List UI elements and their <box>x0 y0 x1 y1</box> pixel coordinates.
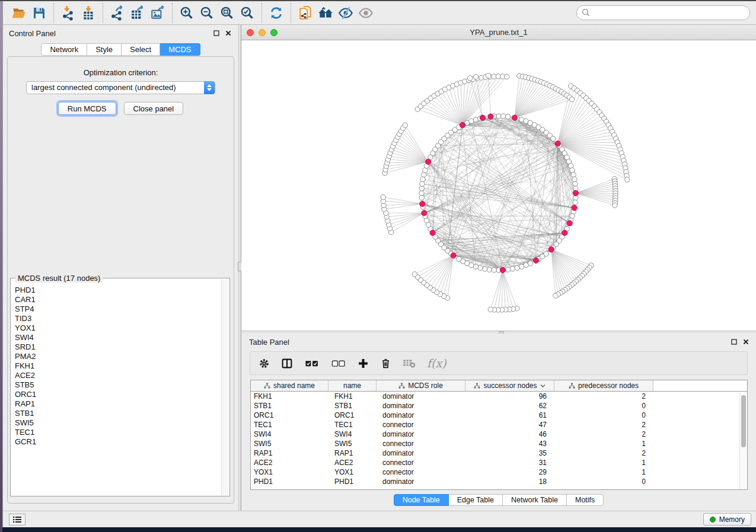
mcds-result-item[interactable]: RAP1 <box>15 399 229 409</box>
table-cell[interactable]: ORC1 <box>328 411 377 420</box>
table-cell[interactable]: FKH1 <box>328 392 377 401</box>
tab-select[interactable]: Select <box>122 43 160 56</box>
table-cell[interactable]: 62 <box>465 401 554 411</box>
import-table-icon[interactable] <box>78 4 98 23</box>
scrollbar-thumb[interactable] <box>741 395 746 447</box>
table-cell[interactable]: 29 <box>465 467 554 477</box>
table-cell[interactable]: PHD1 <box>251 477 328 486</box>
deselect-all-icon[interactable] <box>331 358 346 369</box>
mcds-result-item[interactable]: SWI5 <box>15 418 229 428</box>
table-cell[interactable]: TEC1 <box>328 420 377 430</box>
table-cell[interactable]: YOX1 <box>251 467 328 477</box>
table-cell[interactable]: ACE2 <box>328 458 377 467</box>
zoom-fit-icon[interactable] <box>217 4 237 23</box>
table-row[interactable]: SWI5SWI5connector431 <box>251 439 747 448</box>
tab-style[interactable]: Style <box>87 43 122 56</box>
mcds-result-item[interactable]: STP4 <box>15 305 229 314</box>
table-cell[interactable]: connector <box>377 458 465 467</box>
import-network-icon[interactable] <box>58 4 78 23</box>
mcds-result-item[interactable]: ACE2 <box>15 371 229 380</box>
table-cell[interactable]: connector <box>377 467 465 477</box>
mcds-result-item[interactable]: TID3 <box>15 314 229 323</box>
table-cell[interactable]: RAP1 <box>328 448 377 458</box>
refresh-view-icon[interactable] <box>266 4 286 23</box>
table-cell[interactable]: 0 <box>554 477 653 486</box>
table-row[interactable]: YOX1YOX1connector291 <box>251 467 747 477</box>
table-cell[interactable]: STB1 <box>251 401 328 411</box>
column-header-shared-name[interactable]: shared name <box>251 380 328 391</box>
table-cell[interactable]: 1 <box>554 467 653 477</box>
window-maximize-icon[interactable] <box>270 29 277 36</box>
memory-button[interactable]: Memory <box>703 513 751 525</box>
mcds-result-scrollbar[interactable] <box>221 279 229 495</box>
table-cell[interactable]: SWI5 <box>251 439 328 448</box>
table-cell[interactable]: dominator <box>377 448 465 458</box>
table-cell[interactable]: ACE2 <box>251 458 328 467</box>
table-cell[interactable]: 47 <box>465 420 554 430</box>
table-row[interactable]: STB1STB1dominator620 <box>251 401 747 411</box>
table-cell[interactable]: dominator <box>377 411 465 420</box>
table-cell[interactable]: TEC1 <box>251 420 328 430</box>
table-cell[interactable]: dominator <box>377 477 465 486</box>
close-panel-icon[interactable] <box>223 28 234 38</box>
column-header-predecessor-nodes[interactable]: predecessor nodes <box>554 380 653 391</box>
table-cell[interactable]: 61 <box>465 411 554 420</box>
window-close-icon[interactable] <box>247 29 254 36</box>
run-mcds-button[interactable]: Run MCDS <box>58 102 116 115</box>
mcds-result-item[interactable]: FKH1 <box>15 361 229 371</box>
table-cell[interactable]: dominator <box>377 401 465 411</box>
tab-network-table[interactable]: Network Table <box>503 494 567 506</box>
table-cell[interactable]: 2 <box>554 392 653 401</box>
table-cell[interactable]: 2 <box>554 448 653 458</box>
table-cell[interactable]: YOX1 <box>328 467 377 477</box>
tab-network[interactable]: Network <box>41 43 87 56</box>
table-cell[interactable]: 43 <box>465 439 554 448</box>
table-row[interactable]: SWI4SWI4dominator462 <box>251 430 747 439</box>
table-cell[interactable]: dominator <box>377 430 465 439</box>
table-cell[interactable]: FKH1 <box>251 392 328 401</box>
export-image-icon[interactable] <box>148 4 168 23</box>
table-cell[interactable]: connector <box>377 420 465 430</box>
export-table-icon[interactable] <box>127 4 148 23</box>
table-scrollbar[interactable] <box>739 392 747 489</box>
mcds-result-item[interactable]: SWI4 <box>15 333 229 342</box>
tab-node-table[interactable]: Node Table <box>394 494 449 506</box>
table-cell[interactable]: SWI5 <box>328 439 377 448</box>
delete-column-icon[interactable] <box>380 357 391 369</box>
network-from-clipboard-icon[interactable] <box>295 4 315 23</box>
home-icon[interactable] <box>315 4 336 23</box>
table-row[interactable]: ORC1ORC1dominator610 <box>251 411 747 420</box>
table-cell[interactable]: PHD1 <box>328 477 377 486</box>
table-cell[interactable]: ORC1 <box>251 411 328 420</box>
float-panel-icon[interactable] <box>211 28 222 38</box>
settings-gear-icon[interactable] <box>259 358 270 369</box>
table-cell[interactable]: STB1 <box>328 401 377 411</box>
tab-edge-table[interactable]: Edge Table <box>449 494 503 506</box>
table-cell[interactable]: dominator <box>377 392 465 401</box>
table-cell[interactable]: 0 <box>554 401 653 411</box>
save-session-icon[interactable] <box>29 4 49 23</box>
tab-motifs[interactable]: Motifs <box>567 494 604 506</box>
column-header-successor-nodes[interactable]: successor nodes <box>465 380 554 391</box>
network-window-titlebar[interactable]: YPA_prune.txt_1 <box>241 25 756 40</box>
table-cell[interactable]: 0 <box>554 411 653 420</box>
optimization-criterion-select[interactable]: largest connected component (undirected) <box>26 81 215 94</box>
column-header-name[interactable]: name <box>328 380 377 391</box>
open-file-icon[interactable] <box>9 4 29 23</box>
table-row[interactable]: RAP1RAP1dominator352 <box>251 448 747 458</box>
tab-mcds[interactable]: MCDS <box>160 43 200 56</box>
show-panels-menu-button[interactable] <box>9 514 25 525</box>
table-cell[interactable]: 46 <box>465 430 554 439</box>
table-cell[interactable]: 31 <box>465 458 554 467</box>
show-graphics-details-icon[interactable] <box>356 4 376 23</box>
export-network-icon[interactable] <box>107 4 127 23</box>
mcds-result-item[interactable]: STB1 <box>15 409 229 418</box>
table-row[interactable]: PHD1PHD1dominator180 <box>251 477 747 486</box>
add-column-icon[interactable] <box>358 358 369 369</box>
table-cell[interactable]: 2 <box>554 430 653 439</box>
table-cell[interactable]: 18 <box>465 477 554 486</box>
window-minimize-icon[interactable] <box>259 29 266 36</box>
table-row[interactable]: ACE2ACE2connector311 <box>251 458 747 467</box>
zoom-selected-icon[interactable] <box>237 4 257 23</box>
table-cell[interactable]: RAP1 <box>251 448 328 458</box>
